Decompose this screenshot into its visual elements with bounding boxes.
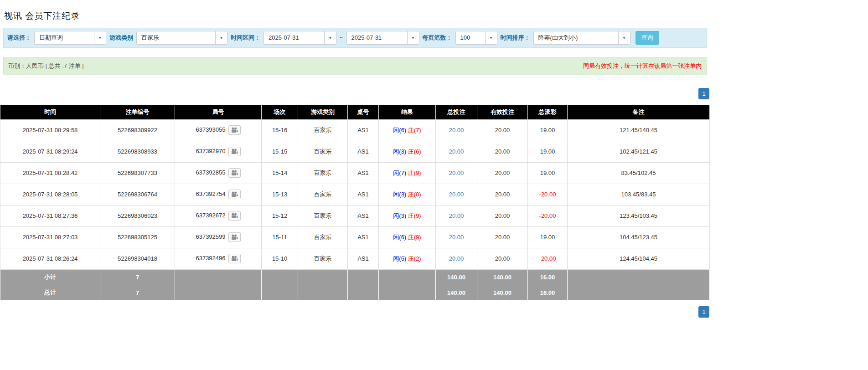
cell-game-type: 百家乐 (298, 184, 348, 205)
video-replay-button[interactable] (228, 232, 241, 242)
video-camera-icon (231, 234, 238, 240)
cell-note: 121.45/140.45 (568, 119, 710, 141)
cell-note: 124.45/104.45 (568, 248, 710, 269)
result-player: 闲(3) (393, 191, 406, 198)
total-bet-link[interactable]: 20.00 (449, 148, 464, 155)
date-mode-label: 请选择： (7, 34, 31, 42)
table-row: 2025-07-31 08:29:24 522698308933 6373929… (0, 141, 710, 162)
video-replay-button[interactable] (228, 168, 241, 178)
cell-game-type: 百家乐 (298, 226, 348, 248)
caret-down-icon[interactable]: ▾ (215, 31, 227, 44)
result-player: 闲(3) (393, 212, 406, 219)
table-row: 2025-07-31 08:29:58 522698309922 6373930… (0, 119, 710, 141)
result-player: 闲(6) (393, 127, 406, 134)
total-bet-link[interactable]: 20.00 (449, 127, 464, 134)
cell-round: 637393055 (175, 119, 262, 141)
total-bet-link[interactable]: 20.00 (449, 255, 464, 262)
summary-empty-cell (175, 285, 262, 300)
result-banker: 庄(6) (408, 148, 421, 155)
cell-session: 15-16 (262, 119, 298, 141)
cell-total-bet: 20.00 (436, 119, 477, 141)
result-banker: 庄(2) (408, 255, 421, 262)
cell-result: 闲(6) 庄(7) (379, 119, 436, 141)
cell-game-type: 百家乐 (298, 141, 348, 162)
cell-round: 637392672 (175, 205, 262, 226)
result-banker: 庄(0) (408, 191, 421, 198)
date-from-select[interactable]: 2025-07-31 ▾ (264, 31, 336, 45)
header-bet-id: 注单编号 (100, 105, 175, 119)
round-number: 637392496 (196, 255, 225, 262)
summary-empty-cell (262, 285, 298, 300)
pagination-bottom: 1 (0, 306, 709, 318)
cell-note: 123.45/103.45 (568, 205, 710, 226)
date-to-select[interactable]: 2025-07-31 ▾ (346, 31, 419, 45)
video-camera-icon (231, 213, 238, 219)
cell-session: 15-14 (262, 162, 298, 184)
table-row: 2025-07-31 08:27:36 522698306023 6373926… (0, 205, 710, 226)
header-round: 局号 (175, 105, 262, 119)
header-session: 场次 (262, 105, 298, 119)
cell-round: 637392970 (175, 141, 262, 162)
summary-label: 小计 (0, 269, 100, 285)
cell-game-type: 百家乐 (298, 162, 348, 184)
video-replay-button[interactable] (228, 190, 241, 199)
cell-session: 15-12 (262, 205, 298, 226)
caret-down-icon[interactable]: ▾ (324, 31, 336, 44)
caret-down-icon[interactable]: ▾ (94, 31, 106, 44)
date-mode-select[interactable]: 日期查询 ▾ (34, 31, 106, 45)
table-row: 2025-07-31 08:26:24 522698304018 6373924… (0, 248, 710, 269)
page-size-select[interactable]: 100 ▾ (455, 31, 497, 45)
video-camera-icon (231, 256, 238, 262)
video-replay-button[interactable] (228, 125, 241, 135)
header-total-bet: 总投注 (436, 105, 477, 119)
summary-count: 7 (100, 285, 175, 300)
table-row: 2025-07-31 08:28:05 522698306764 6373927… (0, 184, 710, 205)
cell-session: 15-11 (262, 226, 298, 248)
game-type-select[interactable]: 百家乐 ▾ (136, 31, 227, 45)
round-number: 637392672 (196, 212, 225, 219)
date-to-value: 2025-07-31 (347, 31, 407, 44)
cell-game-type: 百家乐 (298, 119, 348, 141)
total-bet-link[interactable]: 20.00 (449, 170, 464, 176)
summary-empty-cell (379, 285, 436, 300)
round-number: 637392855 (196, 169, 225, 176)
total-bet-link[interactable]: 20.00 (449, 234, 464, 241)
cell-payout: 19.00 (528, 141, 568, 162)
total-bet-link[interactable]: 20.00 (449, 212, 464, 219)
caret-down-icon[interactable]: ▾ (407, 31, 419, 44)
result-banker: 庄(9) (408, 234, 421, 241)
search-button[interactable]: 查询 (636, 31, 659, 45)
result-player: 闲(5) (393, 255, 406, 262)
header-time: 时间 (0, 105, 100, 119)
cell-time: 2025-07-31 08:28:05 (0, 184, 100, 205)
summary-payout: 16.00 (528, 269, 568, 285)
video-replay-button[interactable] (228, 254, 241, 263)
cell-result: 闲(3) 庄(0) (379, 184, 436, 205)
caret-down-icon[interactable]: ▾ (618, 31, 630, 44)
summary-currency-count: 币别：人民币 | 总共 :7 注单 | (8, 62, 84, 70)
cell-bet-id: 522698305125 (100, 226, 175, 248)
total-bet-link[interactable]: 20.00 (449, 191, 464, 198)
video-replay-button[interactable] (228, 211, 241, 221)
page-button-1[interactable]: 1 (698, 88, 709, 99)
cell-total-bet: 20.00 (436, 162, 477, 184)
cell-table-no: AS1 (348, 141, 379, 162)
summary-empty-cell (348, 269, 379, 285)
round-number: 637392754 (196, 190, 225, 197)
cell-table-no: AS1 (348, 162, 379, 184)
page-button-1[interactable]: 1 (698, 306, 709, 318)
summary-label: 总计 (0, 285, 100, 300)
summary-empty-cell (298, 269, 348, 285)
summary-bar: 币别：人民币 | 总共 :7 注单 | 同局有效投注，统一计算在该局第一张注单内 (3, 57, 707, 75)
cell-result: 闲(5) 庄(2) (379, 248, 436, 269)
video-camera-icon (231, 191, 238, 197)
summary-empty-cell (379, 269, 436, 285)
video-replay-button[interactable] (228, 147, 241, 156)
cell-bet-id: 522698306764 (100, 184, 175, 205)
pagination-top: 1 (0, 88, 709, 99)
caret-down-icon[interactable]: ▾ (485, 31, 497, 44)
cell-bet-id: 522698306023 (100, 205, 175, 226)
sort-order-select[interactable]: 降幂(由大到小) ▾ (533, 31, 630, 45)
result-banker: 庄(9) (408, 212, 421, 219)
summary-empty-cell (262, 269, 298, 285)
